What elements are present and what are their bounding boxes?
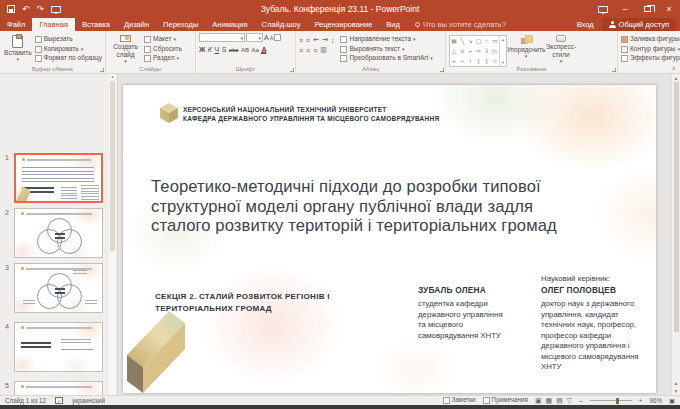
next-slide-icon[interactable]: ▼: [672, 388, 680, 394]
slide-title[interactable]: Теоретико-методичні підходи до розробки …: [151, 177, 569, 236]
shrink-font-icon[interactable]: А: [270, 35, 274, 41]
university-header[interactable]: ХЕРСОНСЬКИЙ НАЦІОНАЛЬНИЙ ТЕХНІЧНИЙ УНІВЕ…: [183, 105, 439, 123]
start-slideshow-icon[interactable]: [51, 6, 61, 13]
layout-button[interactable]: Макет▾: [144, 36, 182, 43]
language-indicator[interactable]: украинский: [72, 397, 105, 404]
paragraph-dialog-launcher[interactable]: [440, 68, 444, 72]
new-slide-button[interactable]: Создать слайд▾: [109, 33, 142, 65]
reading-view-icon[interactable]: ▤: [556, 397, 563, 405]
display-settings-icon[interactable]: [598, 6, 608, 13]
slide-thumbnail-4[interactable]: [14, 322, 103, 372]
shape-effects-button[interactable]: Эффекты фигуры▾: [621, 55, 680, 62]
advisor-block[interactable]: Науковий керівник: ОЛЕГ ПОЛОВЦЕВ доктор …: [541, 274, 639, 373]
brace-right-shape-icon[interactable]: }: [486, 58, 488, 64]
clipboard-dialog-launcher[interactable]: [100, 68, 104, 72]
drawing-dialog-launcher[interactable]: [612, 68, 616, 72]
slide-thumbnail-3[interactable]: [14, 263, 103, 313]
star-shape-icon[interactable]: ☆: [492, 58, 497, 64]
font-color-button[interactable]: А: [261, 46, 266, 53]
format-painter-button[interactable]: Формат по образцу: [35, 55, 102, 62]
increase-indent-icon[interactable]: ⇥: [322, 36, 328, 44]
strikethrough-button[interactable]: abc: [229, 47, 239, 53]
slide-counter[interactable]: Слайд 1 из 12: [5, 397, 46, 404]
decrease-indent-icon[interactable]: ⇤: [313, 36, 319, 44]
curve-shape-icon[interactable]: ∼: [460, 58, 465, 64]
undo-icon[interactable]: ↶: [22, 5, 30, 14]
save-icon[interactable]: [7, 5, 15, 13]
tab-file[interactable]: Файл: [0, 18, 32, 31]
zoom-out-button[interactable]: –: [579, 397, 583, 404]
vertical-scrollbar[interactable]: ▲ ▲ ▼: [671, 74, 680, 395]
notes-button[interactable]: Заметки: [443, 397, 476, 404]
fit-to-window-icon[interactable]: ▣: [669, 397, 675, 404]
scrollbar-thumb[interactable]: [674, 82, 679, 332]
arc-shape-icon[interactable]: ∪: [460, 48, 464, 54]
reset-button[interactable]: Сбросить: [144, 46, 182, 53]
tab-animations[interactable]: Анимация: [205, 18, 254, 31]
elbow-shape-icon[interactable]: ⌐: [469, 48, 473, 54]
align-text-button[interactable]: Выровнять текст▾: [340, 46, 432, 53]
textbox-shape-icon[interactable]: ▤: [451, 38, 457, 44]
align-right-icon[interactable]: ≡: [313, 47, 317, 54]
quick-styles-button[interactable]: Экспресс-стили▾: [545, 33, 577, 65]
font-name-combo[interactable]: ▾: [199, 33, 245, 42]
thumbnail-scrollbar[interactable]: ▲: [109, 74, 116, 395]
zoom-slider[interactable]: [590, 400, 632, 401]
zoom-level[interactable]: 96%: [649, 397, 662, 404]
brace-left-shape-icon[interactable]: {: [478, 58, 480, 64]
slide-canvas[interactable]: ХЕРСОНСЬКИЙ НАЦІОНАЛЬНИЙ ТЕХНІЧНИЙ УНІВЕ…: [123, 85, 656, 393]
right-arrow-shape-icon[interactable]: ⇨: [476, 48, 481, 54]
slideshow-view-icon[interactable]: ▽: [567, 397, 572, 405]
cut-button[interactable]: Вырезать: [35, 36, 102, 43]
normal-view-icon[interactable]: ▣: [535, 397, 542, 405]
numbering-icon[interactable]: ≡: [306, 37, 310, 44]
restore-button[interactable]: [636, 0, 658, 18]
text-direction-button[interactable]: Направление текста▾: [340, 36, 432, 43]
shape-fill-button[interactable]: Заливка фигуры▾: [621, 36, 680, 43]
slide-thumbnail-1[interactable]: [14, 153, 103, 203]
shapes-gallery-scrollbar[interactable]: ▲▼: [499, 36, 506, 66]
previous-slide-icon[interactable]: ▲: [672, 380, 680, 386]
arrange-button[interactable]: Упорядочить▾: [509, 33, 543, 65]
bullets-icon[interactable]: ≡: [299, 37, 303, 44]
sign-in-link[interactable]: Вход: [577, 20, 594, 29]
tab-review[interactable]: Рецензирование: [307, 18, 379, 31]
slide-sorter-view-icon[interactable]: ▦: [546, 397, 553, 405]
columns-icon[interactable]: ▥: [320, 46, 327, 54]
paste-button[interactable]: Вставить▾: [3, 33, 33, 65]
text-shadow-button[interactable]: S: [222, 46, 227, 53]
smartart-button[interactable]: Преобразовать в SmartArt▾: [340, 55, 432, 62]
comments-button[interactable]: Примечания: [483, 397, 528, 404]
change-case-button[interactable]: Аа: [252, 47, 259, 53]
font-dialog-launcher[interactable]: [290, 68, 294, 72]
clear-formatting-icon[interactable]: [274, 34, 281, 41]
align-left-icon[interactable]: ≡: [299, 47, 303, 54]
line-shape-icon[interactable]: ╲: [460, 38, 464, 44]
italic-button[interactable]: К: [208, 46, 212, 53]
tab-transitions[interactable]: Переходы: [156, 18, 205, 31]
down-arrow-shape-icon[interactable]: ⇩: [484, 48, 489, 54]
shapes-gallery[interactable]: ▤ ╲ ↘ ▢ ○ ▭ △ ∪ ⌐ ⇨ ⇩ ▷ + ∼ ≀ { } ☆ ▲▼: [449, 35, 507, 67]
plus-shape-icon[interactable]: +: [452, 58, 456, 64]
author-block[interactable]: ЗУБАЛЬ ОЛЕНА студентка кафедри державног…: [418, 285, 506, 341]
triangle-shape-icon[interactable]: △: [452, 48, 457, 54]
collapse-ribbon-icon[interactable]: ∧: [672, 64, 676, 71]
scribble-shape-icon[interactable]: ≀: [469, 58, 471, 64]
arrow-shape-icon[interactable]: ↘: [468, 38, 473, 44]
tell-me-box[interactable]: Что вы хотите сделать?: [407, 18, 514, 31]
tab-slideshow[interactable]: Слайд-шоу: [255, 18, 308, 31]
grow-font-icon[interactable]: А: [264, 34, 269, 41]
tab-view[interactable]: Вид: [379, 18, 407, 31]
redo-icon[interactable]: ↷: [37, 5, 45, 14]
shape-outline-button[interactable]: Контур фигуры▾: [621, 46, 680, 53]
spell-check-icon[interactable]: ✓: [55, 397, 63, 404]
oval-shape-icon[interactable]: ○: [485, 38, 489, 44]
minimize-button[interactable]: –: [614, 0, 636, 18]
tab-insert[interactable]: Вставка: [75, 18, 117, 31]
close-button[interactable]: ×: [658, 0, 680, 18]
tab-home[interactable]: Главная: [32, 18, 75, 31]
slide-thumbnail-5[interactable]: [14, 381, 103, 395]
tab-design[interactable]: Дизайн: [117, 18, 156, 31]
align-center-icon[interactable]: ≡: [306, 47, 310, 54]
rounded-rect-shape-icon[interactable]: ▭: [492, 38, 498, 44]
